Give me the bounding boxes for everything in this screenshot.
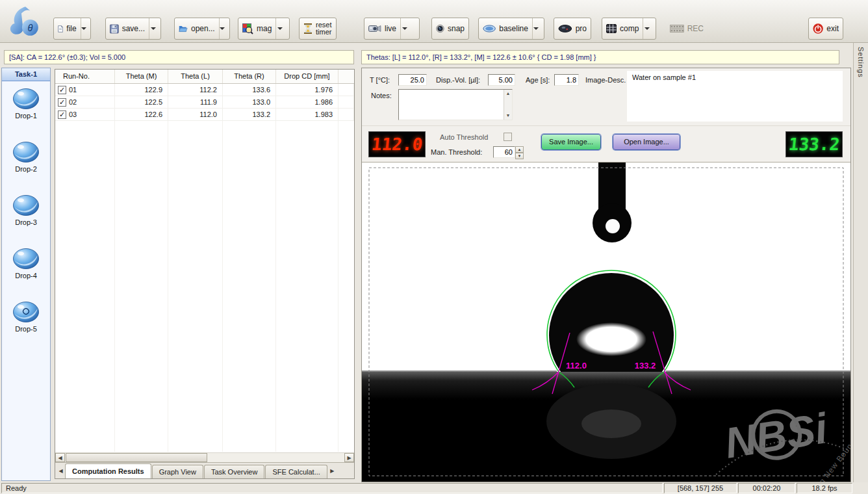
notes-field[interactable]: ▲ ▼	[398, 89, 513, 120]
tab-computation-results[interactable]: Computation Results	[65, 463, 151, 478]
chevron-down-icon[interactable]	[219, 18, 225, 39]
row-checkbox[interactable]: ✓	[58, 86, 66, 94]
dispensed-volume-field[interactable]	[488, 74, 515, 86]
settings-dock-tab[interactable]: Settings	[853, 43, 868, 482]
scroll-right-icon[interactable]: ▶	[344, 453, 354, 462]
table-empty-area	[55, 121, 354, 452]
chevron-down-icon[interactable]	[400, 18, 409, 39]
scroll-up-icon[interactable]: ▲	[504, 90, 512, 98]
drop-label: Drop-2	[15, 165, 37, 173]
tab-scroll-right-icon[interactable]: ▶	[328, 465, 337, 478]
camera-icon	[368, 24, 381, 33]
dispensing-needle	[593, 162, 632, 242]
col-theta-r: Theta (R)	[223, 70, 276, 83]
file-icon	[58, 24, 63, 34]
sidebar-item-drop-4[interactable]: Drop-4	[2, 248, 50, 301]
computation-results-panel: Run-No. Theta (M) Theta (L) Theta (R) Dr…	[55, 69, 355, 479]
sidebar-item-drop-2[interactable]: Drop-2	[2, 141, 50, 194]
sidebar-item-drop-3[interactable]: Drop-3	[2, 194, 50, 248]
comp-button[interactable]: comp	[602, 18, 656, 40]
tab-task-1[interactable]: Task-1	[2, 68, 50, 81]
scroll-left-icon[interactable]: ◀	[55, 453, 65, 462]
image-desc-value: Water on sample #1	[627, 71, 843, 84]
file-button[interactable]: file	[53, 18, 91, 40]
row-checkbox[interactable]: ✓	[58, 110, 66, 119]
mag-label: mag	[257, 24, 272, 33]
image-desc-label: Image-Desc.	[585, 76, 626, 84]
exit-button[interactable]: exit	[808, 18, 843, 40]
status-ready: Ready	[1, 483, 663, 493]
grid-icon	[606, 24, 617, 33]
toolbar: θ file save... open...	[0, 0, 868, 43]
drop-label: Drop-4	[15, 272, 37, 280]
snap-button[interactable]: snap	[431, 18, 469, 40]
left-angle-label: 112.0	[566, 361, 587, 370]
scrollbar-thumb[interactable]	[66, 453, 207, 462]
save-button[interactable]: save...	[105, 18, 161, 40]
tab-graph-view[interactable]: Graph View	[152, 465, 203, 478]
stepper-up-icon[interactable]: ▲	[515, 146, 524, 153]
save-image-button[interactable]: Save Image...	[541, 134, 601, 150]
tab-sfe-calculator[interactable]: SFE Calculat...	[265, 465, 327, 478]
lens-icon	[436, 23, 444, 34]
row-checkbox[interactable]: ✓	[58, 98, 66, 107]
drop-image: 112.0 133.2 NBSi Defining New Boundaries	[362, 162, 850, 482]
auto-threshold-label: Auto Threshold	[440, 133, 488, 141]
pro-button[interactable]: pro	[554, 18, 591, 40]
chevron-down-icon[interactable]	[643, 18, 651, 39]
chevron-down-icon[interactable]	[149, 18, 157, 39]
man-threshold-field[interactable]	[493, 146, 515, 158]
snap-label: snap	[448, 24, 465, 33]
notes-scrollbar[interactable]: ▲ ▼	[504, 90, 512, 120]
open-image-button[interactable]: Open Image...	[613, 134, 680, 150]
notes-label: Notes:	[371, 92, 392, 99]
table-row[interactable]: ✓02 122.5 111.9 133.0 1.986	[55, 96, 354, 109]
theta-m-value: 122.6	[115, 109, 168, 120]
measurement-panel: T [°C]: Disp.-Vol. [µl]: Age [s]: Image-…	[361, 68, 851, 482]
theta-l-value: 111.9	[168, 96, 223, 108]
filmstrip-icon	[670, 24, 684, 33]
temperature-field[interactable]	[398, 74, 427, 86]
status-bar: Ready [568, 157] 255 00:02:20 18.2 fps	[0, 482, 868, 494]
age-label: Age [s]:	[526, 76, 550, 84]
drop-cd-value: 1.986	[276, 96, 338, 108]
rec-button[interactable]: REC	[665, 18, 708, 40]
tab-task-overview[interactable]: Task Overview	[204, 465, 265, 478]
drop-icon	[12, 141, 40, 163]
baseline-button[interactable]: baseline	[478, 18, 544, 40]
image-desc-field[interactable]: Water on sample #1	[627, 71, 843, 122]
threshold-area: 112.0 Auto Threshold Man. Threshold: ▲ ▼…	[362, 125, 850, 162]
camera-image-view[interactable]: 112.0 133.2 NBSi Defining New Boundaries	[362, 162, 850, 482]
drop-highlight	[576, 322, 646, 356]
live-label: live	[385, 24, 396, 33]
run-no: 02	[69, 96, 77, 108]
drop-icon	[12, 194, 40, 216]
table-row[interactable]: ✓03 122.6 112.0 133.2 1.983	[55, 109, 354, 121]
scroll-down-icon[interactable]: ▼	[504, 112, 512, 120]
col-drop-cd: Drop CD [mm]	[276, 70, 338, 83]
left-angle-led-display: 112.0	[368, 131, 426, 157]
stepper-down-icon[interactable]: ▼	[515, 153, 524, 159]
chevron-down-icon[interactable]	[532, 18, 540, 39]
open-button[interactable]: open...	[174, 18, 230, 40]
scrollbar-track[interactable]	[207, 453, 344, 462]
theta-r-value: 133.6	[223, 84, 276, 96]
horizontal-scrollbar[interactable]: ◀ ▶	[55, 452, 354, 462]
magnifier-icon	[242, 23, 253, 34]
age-field[interactable]	[554, 74, 579, 86]
run-no: 01	[69, 84, 77, 96]
comp-label: comp	[620, 24, 639, 33]
live-button[interactable]: live	[364, 18, 420, 40]
table-row[interactable]: ✓01 122.9 112.2 133.6 1.976	[55, 84, 354, 96]
status-pixel-readout: [568, 157] 255	[664, 483, 737, 493]
tab-scroll-left-icon[interactable]: ◀	[57, 465, 65, 478]
sidebar-item-drop-5[interactable]: Drop-5	[2, 301, 50, 354]
col-run-no: Run-No.	[55, 70, 115, 83]
chevron-down-icon[interactable]	[275, 18, 284, 39]
chevron-down-icon[interactable]	[81, 18, 86, 39]
reset-timer-button[interactable]: reset timer	[299, 18, 337, 40]
mag-button[interactable]: mag	[238, 18, 290, 40]
man-threshold-stepper[interactable]: ▲ ▼	[493, 146, 524, 158]
auto-threshold-checkbox[interactable]	[504, 133, 512, 141]
sidebar-item-drop-1[interactable]: Drop-1	[2, 88, 50, 141]
